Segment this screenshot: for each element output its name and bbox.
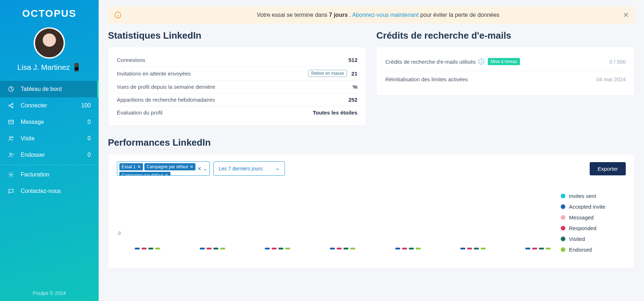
nav-secondary: Facturation Contactez-nous — [0, 166, 99, 199]
avatar[interactable] — [34, 27, 65, 59]
legend-item[interactable]: Accepted invite — [561, 204, 626, 210]
sidebar-item-count: 0 — [88, 135, 91, 142]
chevron-down-icon[interactable]: ⌄ — [203, 166, 207, 171]
bar-group — [395, 248, 421, 249]
campaign-multiselect[interactable]: Essai 1 ✕ Campagne par défaut ✕ Campagne… — [117, 161, 210, 176]
close-icon[interactable]: ✕ — [623, 11, 629, 19]
period-select[interactable]: Les 7 derniers jours — [213, 161, 285, 176]
chip-label: Campagne par défaut — [122, 173, 163, 176]
info-icon[interactable]: i — [479, 59, 484, 64]
chip-remove-icon[interactable]: ✕ — [190, 164, 193, 169]
bar — [539, 248, 544, 249]
nav-primary: Tableau de bord Connecter 100 Message 0 … — [0, 81, 99, 163]
sidebar-item-billing[interactable]: Facturation — [0, 166, 99, 183]
mail-icon — [8, 119, 16, 125]
chat-icon — [8, 188, 16, 194]
sidebar-item-label: Contactez-nous — [21, 188, 61, 194]
sidebar-item-label: Connecter — [21, 102, 47, 109]
bar — [337, 248, 342, 249]
stats-card: Connexions 512 Invitations en attente en… — [108, 47, 366, 126]
svg-point-6 — [12, 137, 13, 138]
sidebar-item-visit[interactable]: Visite 0 — [0, 130, 99, 147]
legend-dot — [561, 194, 565, 198]
legend-dot — [561, 215, 565, 220]
multiselect-controls[interactable]: ✕ ⌄ — [197, 166, 207, 171]
sidebar-item-message[interactable]: Message 0 — [0, 114, 99, 130]
sidebar-item-label: Tableau de bord — [21, 86, 62, 92]
gear-icon — [8, 171, 16, 178]
period-label: Les 7 derniers jours — [219, 166, 263, 171]
stat-row: Évaluation du profil Toutes les étoiles — [117, 106, 357, 119]
sidebar-item-endorse[interactable]: Endosser 0 — [0, 147, 99, 163]
bar — [265, 248, 270, 249]
people-icon — [8, 135, 16, 142]
chip-label: Campagne par défaut — [147, 164, 188, 169]
bar — [481, 248, 486, 249]
bar — [285, 248, 290, 249]
legend-item[interactable]: Messaged — [561, 214, 626, 220]
bar — [272, 248, 277, 249]
bar — [532, 248, 537, 249]
stat-row: Vues de profil depuis la semaine dernièr… — [117, 81, 357, 93]
bar — [213, 248, 218, 249]
y-tick-label: 0 — [118, 231, 121, 236]
sidebar-item-count: 100 — [81, 102, 91, 109]
stat-label: Apparitions de recherche hebdomadaires — [117, 97, 215, 103]
sidebar-item-label: Endosser — [21, 152, 45, 158]
legend-item[interactable]: Invites sent — [561, 193, 626, 199]
stat-label: Évaluation du profil — [117, 110, 163, 116]
export-button[interactable]: Exporter — [590, 162, 626, 175]
sidebar-item-count: 0 — [88, 119, 91, 125]
chip[interactable]: Campagne par défaut ✕ — [144, 163, 195, 170]
bar-group — [330, 248, 355, 249]
svg-point-7 — [10, 153, 11, 155]
legend-dot — [561, 204, 565, 209]
credit-value: 0 / 500 — [609, 59, 626, 65]
stat-value: Toutes les étoiles — [313, 110, 357, 116]
chart-area: 0 Invites sentAccepted inviteMessagedRes… — [117, 186, 626, 261]
chip-remove-icon[interactable]: ✕ — [165, 173, 168, 176]
chip[interactable]: Campagne par défaut ✕ — [119, 172, 170, 176]
stat-row: Invitations en attente envoyées Retirer … — [117, 67, 357, 81]
legend-label: Invites sent — [569, 193, 596, 199]
banner-text-pre: Votre essai se termine dans — [257, 12, 329, 18]
sidebar-item-dashboard[interactable]: Tableau de bord — [0, 81, 99, 97]
stat-label: Connexions — [117, 57, 145, 63]
upgrade-badge[interactable]: Mise à niveau — [488, 58, 520, 65]
legend-item[interactable]: Responded — [561, 225, 626, 231]
sidebar-item-contact[interactable]: Contactez-nous — [0, 183, 99, 199]
subscribe-link[interactable]: Abonnez-vous maintenant — [352, 12, 418, 18]
bars-row — [135, 189, 551, 249]
chip-remove-icon[interactable]: ✕ — [137, 164, 141, 169]
sidebar-item-connect[interactable]: Connecter 100 — [0, 97, 99, 114]
stats-title: Statistiques LinkedIn — [108, 30, 366, 41]
svg-point-5 — [10, 137, 11, 139]
perf-title: Performances LinkedIn — [108, 137, 635, 148]
credit-row: Crédits de recherche d'e-mails utilisés … — [385, 54, 626, 72]
banner-bold: 7 jours — [329, 12, 348, 18]
withdraw-bulk-button[interactable]: Retirer en masse — [308, 70, 347, 77]
bar — [474, 248, 479, 249]
svg-point-8 — [10, 174, 12, 176]
bar — [148, 248, 153, 249]
legend-item[interactable]: Visited — [561, 236, 626, 242]
bar — [330, 248, 335, 249]
sidebar-item-label: Facturation — [21, 171, 49, 178]
legend-dot — [561, 237, 565, 241]
user-name: Lisa J. Martinez 📱 — [0, 63, 99, 81]
brand-logo: OCTOPUS — [0, 0, 99, 24]
credit-label: Réinitialisation des limites activées — [385, 76, 468, 82]
filter-bar: Essai 1 ✕ Campagne par défaut ✕ Campagne… — [117, 161, 626, 176]
perf-card: Essai 1 ✕ Campagne par défaut ✕ Campagne… — [108, 154, 635, 268]
legend-label: Accepted invite — [569, 204, 605, 210]
chip[interactable]: Essai 1 ✕ — [119, 163, 143, 170]
legend-label: Messaged — [569, 214, 594, 220]
bar-group — [460, 248, 486, 249]
legend-item[interactable]: Endorsed — [561, 247, 626, 253]
bar — [142, 248, 147, 249]
clear-all-icon[interactable]: ✕ — [197, 166, 202, 171]
bar — [409, 248, 414, 249]
bar — [416, 248, 421, 249]
stat-row: Connexions 512 — [117, 54, 357, 67]
sidebar: OCTOPUS Lisa J. Martinez 📱 Tableau de bo… — [0, 0, 99, 301]
